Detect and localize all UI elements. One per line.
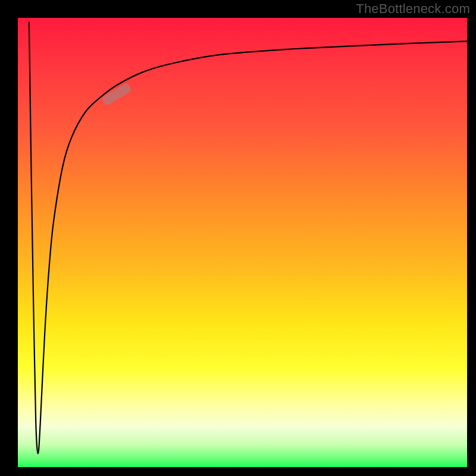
chart-frame: TheBottleneck.com [0,0,476,476]
curve-layer [18,18,467,467]
bottleneck-curve [29,23,467,454]
plot-area [18,18,467,467]
watermark-text: TheBottleneck.com [356,1,470,17]
